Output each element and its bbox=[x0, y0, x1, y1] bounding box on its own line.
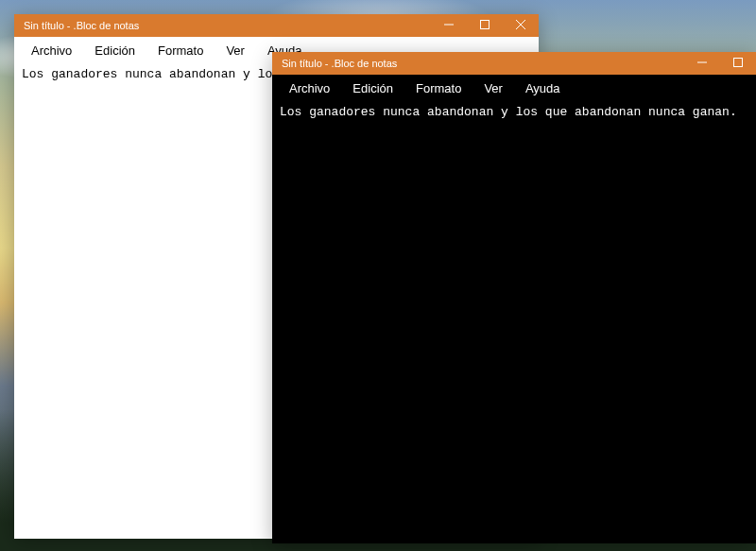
titlebar[interactable]: Sin título - .Bloc de notas bbox=[14, 14, 539, 37]
text-area[interactable]: Los ganadores nunca abandonan y los que … bbox=[272, 101, 756, 543]
menu-edicion[interactable]: Edición bbox=[83, 40, 146, 61]
maximize-button[interactable] bbox=[720, 52, 756, 75]
maximize-icon bbox=[480, 20, 490, 31]
menu-ayuda[interactable]: Ayuda bbox=[514, 77, 572, 99]
menu-edicion[interactable]: Edición bbox=[341, 77, 404, 99]
menu-ver[interactable]: Ver bbox=[215, 40, 256, 61]
maximize-button[interactable] bbox=[467, 14, 503, 37]
minimize-button[interactable] bbox=[431, 14, 467, 37]
minimize-button[interactable] bbox=[684, 52, 720, 75]
svg-rect-5 bbox=[734, 59, 743, 67]
notepad-window-dark[interactable]: Sin título - .Bloc de notas Archivo Edic… bbox=[272, 52, 756, 543]
maximize-icon bbox=[733, 58, 743, 69]
close-icon bbox=[516, 20, 525, 31]
minimize-icon bbox=[697, 58, 707, 69]
window-title: Sin título - .Bloc de notas bbox=[282, 58, 684, 69]
minimize-icon bbox=[444, 20, 454, 31]
window-controls bbox=[431, 14, 539, 37]
window-controls bbox=[684, 52, 756, 75]
menu-archivo[interactable]: Archivo bbox=[278, 77, 341, 99]
menu-formato[interactable]: Formato bbox=[146, 40, 215, 61]
menu-archivo[interactable]: Archivo bbox=[20, 40, 83, 61]
close-button[interactable] bbox=[503, 14, 539, 37]
svg-rect-1 bbox=[481, 21, 490, 29]
menubar: Archivo Edición Formato Ver Ayuda bbox=[272, 75, 756, 101]
titlebar[interactable]: Sin título - .Bloc de notas bbox=[272, 52, 756, 75]
menu-ver[interactable]: Ver bbox=[472, 77, 514, 99]
window-title: Sin título - .Bloc de notas bbox=[24, 20, 431, 31]
menu-formato[interactable]: Formato bbox=[404, 77, 472, 99]
